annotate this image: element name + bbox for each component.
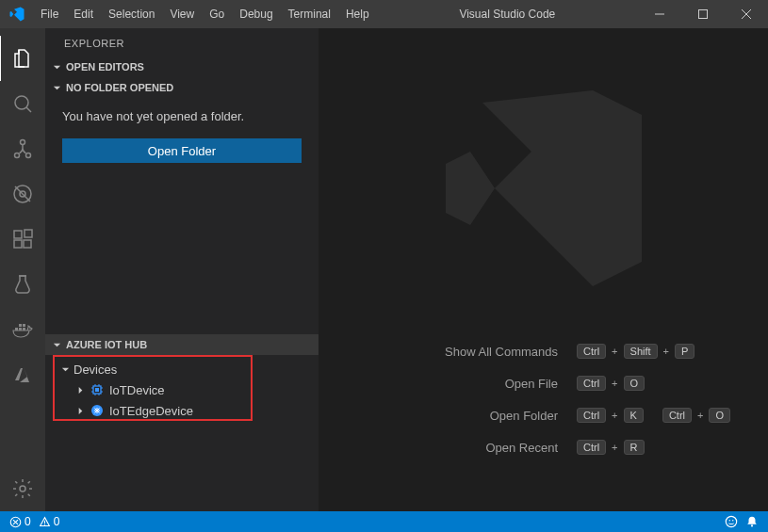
warning-count: 0 bbox=[54, 515, 60, 528]
vscode-logo-icon bbox=[0, 6, 33, 23]
shortcut-keys: Ctrl+ Shift+ P bbox=[577, 344, 730, 359]
shortcut-label: Show All Commands bbox=[445, 345, 558, 359]
chevron-right-icon bbox=[75, 407, 85, 415]
source-control-icon[interactable] bbox=[0, 126, 45, 171]
tree-node-devices[interactable]: Devices bbox=[45, 359, 319, 379]
key: K bbox=[624, 408, 644, 423]
chevron-right-icon bbox=[75, 386, 85, 395]
key: P bbox=[675, 344, 694, 359]
title-bar: File Edit Selection View Go Debug Termin… bbox=[0, 0, 768, 28]
settings-gear-icon[interactable] bbox=[0, 466, 45, 511]
svg-rect-15 bbox=[25, 230, 32, 237]
svg-point-38 bbox=[44, 524, 45, 524]
tree-node-iotedgedevice[interactable]: IoTEdgeDevice bbox=[45, 400, 319, 421]
svg-point-40 bbox=[729, 520, 730, 521]
svg-point-6 bbox=[21, 140, 25, 145]
docker-icon[interactable] bbox=[0, 307, 45, 352]
chevron-down-icon bbox=[51, 63, 62, 72]
svg-rect-13 bbox=[14, 240, 22, 248]
key: Ctrl bbox=[577, 440, 606, 455]
key: R bbox=[624, 440, 645, 455]
iot-device-tree: Devices IoTDevice IoTEdgeDevice bbox=[45, 355, 319, 511]
explorer-sidebar: EXPLORER OPEN EDITORS NO FOLDER OPENED Y… bbox=[45, 28, 319, 511]
tree-node-label: IoTDevice bbox=[109, 383, 165, 397]
key: Ctrl bbox=[577, 344, 606, 359]
svg-point-8 bbox=[26, 153, 31, 158]
svg-point-7 bbox=[15, 153, 20, 158]
error-count: 0 bbox=[25, 515, 31, 528]
no-folder-header[interactable]: NO FOLDER OPENED bbox=[45, 77, 319, 98]
azure-iot-hub-header[interactable]: AZURE IOT HUB bbox=[45, 334, 319, 355]
key: Shift bbox=[624, 344, 658, 359]
shortcut-keys: Ctrl+ K Ctrl+ O bbox=[577, 408, 730, 423]
menu-debug[interactable]: Debug bbox=[232, 8, 280, 21]
svg-point-39 bbox=[726, 516, 736, 526]
sidebar-title: EXPLORER bbox=[45, 28, 319, 56]
status-errors[interactable]: 0 bbox=[9, 515, 31, 528]
no-folder-message: You have not yet opened a folder. bbox=[45, 98, 319, 133]
menu-help[interactable]: Help bbox=[338, 8, 377, 21]
chevron-down-icon bbox=[60, 365, 70, 374]
key: Ctrl bbox=[577, 408, 606, 423]
svg-line-10 bbox=[15, 186, 30, 202]
no-folder-label: NO FOLDER OPENED bbox=[66, 82, 173, 93]
open-folder-button[interactable]: Open Folder bbox=[62, 138, 302, 163]
svg-point-41 bbox=[732, 520, 733, 521]
status-bar: 0 0 bbox=[0, 511, 768, 532]
svg-rect-20 bbox=[19, 324, 22, 327]
svg-point-22 bbox=[20, 486, 25, 492]
menu-terminal[interactable]: Terminal bbox=[281, 8, 338, 21]
svg-line-5 bbox=[26, 107, 31, 112]
svg-rect-21 bbox=[23, 324, 25, 327]
welcome-shortcuts: Show All Commands Ctrl+ Shift+ P Open Fi… bbox=[445, 344, 730, 455]
svg-rect-1 bbox=[699, 10, 708, 19]
key: O bbox=[709, 408, 730, 423]
editor-welcome-area: Show All Commands Ctrl+ Shift+ P Open Fi… bbox=[319, 28, 768, 511]
warning-icon bbox=[39, 516, 51, 528]
menu-go[interactable]: Go bbox=[202, 8, 232, 21]
test-icon[interactable] bbox=[0, 262, 45, 307]
menu-edit[interactable]: Edit bbox=[66, 8, 101, 21]
tree-node-label: IoTEdgeDevice bbox=[109, 404, 193, 418]
menu-file[interactable]: File bbox=[33, 8, 66, 21]
maximize-button[interactable] bbox=[681, 0, 725, 28]
open-editors-label: OPEN EDITORS bbox=[66, 61, 144, 73]
window-title: Visual Studio Code bbox=[377, 8, 638, 21]
extensions-icon[interactable] bbox=[0, 217, 45, 262]
tree-node-iotdevice[interactable]: IoTDevice bbox=[45, 379, 319, 400]
shortcut-label: Open Recent bbox=[445, 441, 558, 455]
azure-iot-hub-label: AZURE IOT HUB bbox=[66, 339, 147, 350]
close-button[interactable] bbox=[725, 0, 768, 28]
status-feedback-icon[interactable] bbox=[725, 515, 738, 528]
svg-rect-14 bbox=[24, 240, 31, 248]
explorer-icon[interactable] bbox=[0, 36, 44, 81]
shortcut-label: Open Folder bbox=[445, 409, 558, 423]
key: Ctrl bbox=[662, 408, 692, 423]
status-bell-icon[interactable] bbox=[745, 515, 759, 528]
svg-point-42 bbox=[751, 524, 753, 526]
open-editors-header[interactable]: OPEN EDITORS bbox=[45, 56, 319, 77]
azure-icon[interactable] bbox=[0, 352, 45, 397]
menu-bar: File Edit Selection View Go Debug Termin… bbox=[33, 8, 377, 21]
search-icon[interactable] bbox=[0, 81, 45, 126]
svg-rect-24 bbox=[95, 388, 99, 392]
shortcut-label: Open File bbox=[445, 377, 558, 391]
chevron-down-icon bbox=[51, 84, 62, 92]
chevron-down-icon bbox=[51, 341, 62, 349]
key: O bbox=[624, 376, 645, 391]
debug-icon[interactable] bbox=[0, 171, 45, 217]
vscode-watermark-icon bbox=[421, 66, 666, 311]
tree-node-label: Devices bbox=[74, 363, 117, 377]
key: Ctrl bbox=[577, 376, 606, 391]
shortcut-keys: Ctrl+ R bbox=[577, 440, 730, 455]
menu-selection[interactable]: Selection bbox=[101, 8, 162, 21]
chip-icon bbox=[89, 382, 106, 397]
activity-bar bbox=[0, 28, 45, 511]
edge-device-icon bbox=[89, 403, 106, 418]
status-warnings[interactable]: 0 bbox=[39, 515, 60, 528]
error-icon bbox=[9, 516, 22, 528]
menu-view[interactable]: View bbox=[162, 8, 202, 21]
shortcut-keys: Ctrl+ O bbox=[577, 376, 730, 391]
window-controls bbox=[638, 0, 768, 28]
minimize-button[interactable] bbox=[638, 0, 681, 28]
